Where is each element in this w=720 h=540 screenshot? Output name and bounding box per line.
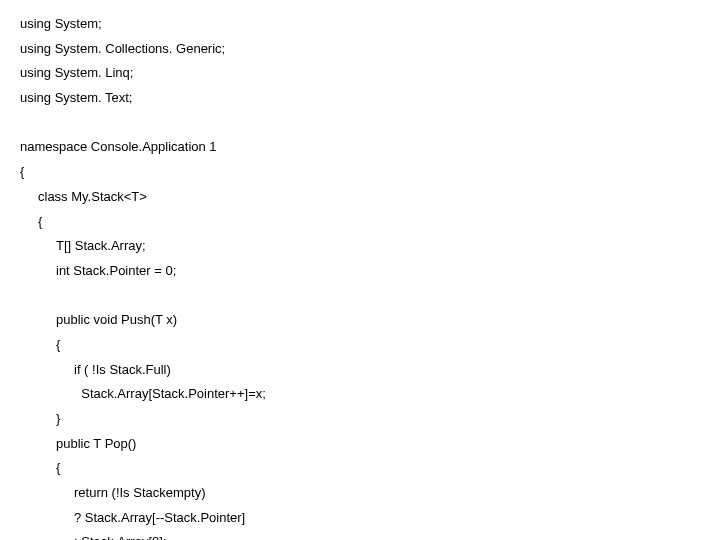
code-line: : Stack.Array[0]; [20, 530, 700, 540]
code-line: { [20, 160, 700, 185]
code-line: T[] Stack.Array; [20, 234, 700, 259]
code-line: if ( !Is Stack.Full) [20, 358, 700, 383]
code-line: } [20, 407, 700, 432]
code-line: using System. Linq; [20, 61, 700, 86]
code-line: Stack.Array[Stack.Pointer++]=x; [20, 382, 700, 407]
code-line: { [20, 333, 700, 358]
code-line: public T Pop() [20, 432, 700, 457]
code-line: public void Push(T x) [20, 308, 700, 333]
code-line: using System; [20, 12, 700, 37]
code-line: { [20, 210, 700, 235]
code-line [20, 284, 700, 309]
code-line: ? Stack.Array[--Stack.Pointer] [20, 506, 700, 531]
code-line: { [20, 456, 700, 481]
code-line: int Stack.Pointer = 0; [20, 259, 700, 284]
code-line: namespace Console.Application 1 [20, 135, 700, 160]
code-line [20, 111, 700, 136]
code-line: return (!Is Stackempty) [20, 481, 700, 506]
code-line: class My.Stack<T> [20, 185, 700, 210]
code-block: using System; using System. Collections.… [20, 12, 700, 540]
code-line: using System. Collections. Generic; [20, 37, 700, 62]
code-line: using System. Text; [20, 86, 700, 111]
